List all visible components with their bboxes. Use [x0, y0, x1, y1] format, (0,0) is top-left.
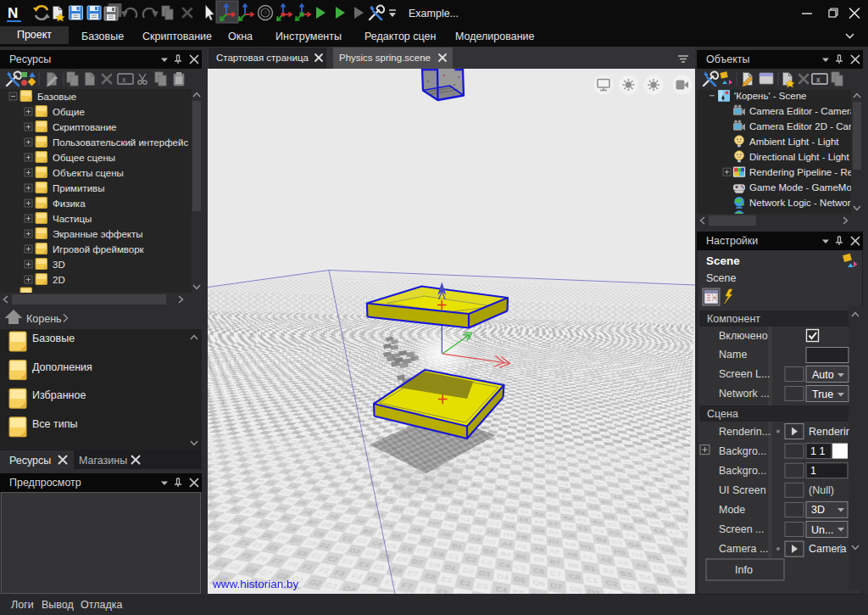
svg-text:Частицы: Частицы — [53, 214, 92, 224]
svg-text:Игровой фреймворк: Игровой фреймворк — [53, 244, 145, 254]
svg-text:2D: 2D — [53, 275, 65, 285]
svg-text:Все типы: Все типы — [32, 418, 77, 430]
svg-text:Компонент: Компонент — [707, 313, 760, 325]
svg-text:(Null): (Null) — [809, 484, 834, 496]
svg-text:Scene: Scene — [706, 254, 740, 267]
svg-text:3D: 3D — [811, 504, 825, 516]
svg-text:Ambient Light - Light: Ambient Light - Light — [749, 137, 839, 147]
svg-text:Network Logic - Networl: Network Logic - Networl — [749, 198, 851, 208]
svg-text:1: 1 — [810, 465, 816, 477]
svg-text:Game Mode - GameMod: Game Mode - GameMod — [749, 182, 851, 193]
svg-text:True: True — [812, 389, 833, 400]
svg-text:Name: Name — [719, 349, 747, 361]
svg-text:Directional Light - Light: Directional Light - Light — [749, 152, 849, 162]
svg-text:N: N — [8, 5, 18, 21]
svg-text:Screen ...: Screen ... — [719, 523, 765, 535]
svg-text:Объекты сцены: Объекты сцены — [53, 168, 124, 178]
svg-text:Rendering Pipeline - Rer: Rendering Pipeline - Rer — [749, 167, 851, 177]
svg-text:Camera Editor 2D - Cam: Camera Editor 2D - Cam — [749, 121, 851, 131]
svg-text:Auto: Auto — [812, 369, 834, 381]
svg-text:Базовые: Базовые — [32, 333, 75, 344]
svg-text:Дополнения: Дополнения — [32, 361, 92, 373]
svg-text:1 1: 1 1 — [810, 445, 825, 457]
svg-text:Корень: Корень — [26, 313, 62, 325]
svg-text:Camera ...: Camera ... — [719, 543, 768, 555]
svg-text:Scene: Scene — [706, 272, 736, 284]
svg-text:Camera Editor - Camera: Camera Editor - Camera — [749, 106, 851, 116]
svg-text:Mode: Mode — [719, 504, 745, 516]
svg-text:Network ...: Network ... — [719, 388, 770, 400]
svg-text:3D: 3D — [53, 260, 65, 270]
svg-text:'Корень' - Scene: 'Корень' - Scene — [734, 91, 806, 101]
svg-text:Включено: Включено — [719, 330, 768, 342]
svg-text:Renderin...: Renderin... — [719, 426, 771, 438]
svg-text:Пользовательский интерфейс: Пользовательский интерфейс — [53, 137, 188, 148]
svg-text:Un...: Un... — [811, 524, 833, 536]
svg-text:Сцена: Сцена — [707, 408, 738, 420]
svg-text:Info: Info — [735, 564, 753, 576]
svg-text:Экранные эффекты: Экранные эффекты — [53, 229, 143, 239]
svg-text:Backgro...: Backgro... — [719, 465, 766, 477]
svg-text:Скриптование: Скриптование — [53, 122, 116, 132]
svg-text:Общее сцены: Общее сцены — [53, 153, 115, 163]
svg-text:x: x — [816, 75, 821, 84]
svg-text:Общие: Общие — [53, 107, 85, 117]
svg-text:Базовые: Базовые — [37, 92, 76, 102]
svg-text:Примитивы: Примитивы — [53, 183, 104, 193]
svg-text:x: x — [122, 75, 126, 84]
svg-text:Магазины: Магазины — [79, 455, 127, 467]
svg-text:Backgro...: Backgro... — [719, 445, 766, 457]
svg-text:Ресурсы: Ресурсы — [9, 455, 51, 467]
svg-text:Renderir: Renderir — [809, 426, 849, 438]
svg-text:Физика: Физика — [53, 198, 86, 209]
svg-text:UI Screen: UI Screen — [719, 484, 766, 496]
svg-text:Example...: Example... — [409, 8, 459, 20]
svg-text:Избранное: Избранное — [32, 389, 86, 401]
svg-text:Screen L...: Screen L... — [719, 368, 770, 380]
